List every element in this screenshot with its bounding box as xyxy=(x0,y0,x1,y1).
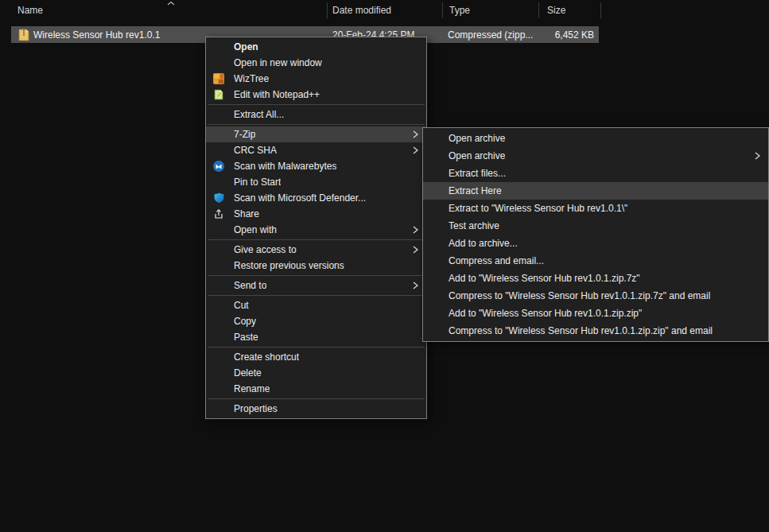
submenu-item-extract-files[interactable]: Extract files... xyxy=(423,165,768,182)
file-type: Compressed (zipp... xyxy=(448,26,533,43)
blank-icon xyxy=(212,176,225,188)
column-resize-handle[interactable] xyxy=(538,2,539,18)
submenu-item-extract-here[interactable]: Extract Here xyxy=(423,182,768,200)
menu-item-label: WizTree xyxy=(234,73,269,84)
submenu-item-open-archive[interactable]: Open archive xyxy=(423,130,768,147)
menu-item-label: Share xyxy=(234,208,259,219)
column-resize-handle[interactable] xyxy=(442,2,443,18)
menu-item-label: Extract All... xyxy=(234,109,284,120)
column-header-size[interactable]: Size xyxy=(547,0,565,21)
menu-item-label: Add to archive... xyxy=(449,238,518,249)
menu-separator xyxy=(208,398,425,399)
blank-icon xyxy=(212,315,225,328)
menu-item-extract-all[interactable]: Extract All... xyxy=(206,107,426,122)
column-header-date-modified[interactable]: Date modified xyxy=(332,0,391,21)
submenu-item-compress-to-wireless-sensor-hub-rev1-0-1-zip-zip-and-email[interactable]: Compress to "Wireless Sensor Hub rev1.0.… xyxy=(423,322,768,340)
menu-item-crc-sha[interactable]: CRC SHA xyxy=(206,142,426,158)
share-icon xyxy=(212,208,225,220)
file-explorer-window: Name Date modified Type Size Wireless Se… xyxy=(0,0,769,532)
menu-item-open[interactable]: Open xyxy=(206,39,426,55)
blank-icon xyxy=(429,150,442,162)
menu-item-label: Pin to Start xyxy=(234,177,281,188)
menu-item-label: Scan with Microsoft Defender... xyxy=(234,192,366,204)
context-menu: OpenOpen in new windowWizTreeEdit with N… xyxy=(205,37,427,419)
menu-item-7-zip[interactable]: 7-Zip xyxy=(206,126,426,142)
chevron-right-icon xyxy=(413,226,418,234)
blank-icon xyxy=(429,167,442,180)
menu-item-paste[interactable]: Paste xyxy=(206,329,426,345)
menu-item-label: Add to "Wireless Sensor Hub rev1.0.1.zip… xyxy=(449,308,642,319)
menu-item-label: Open in new window xyxy=(234,57,322,68)
column-resize-handle[interactable] xyxy=(327,2,328,18)
column-header-name[interactable]: Name xyxy=(17,0,43,21)
blank-icon xyxy=(212,367,225,379)
menu-item-label: CRC SHA xyxy=(234,145,277,156)
menu-separator xyxy=(208,104,425,105)
menu-item-label: 7-Zip xyxy=(234,129,255,140)
menu-item-pin-to-start[interactable]: Pin to Start xyxy=(206,174,426,190)
menu-item-cut[interactable]: Cut xyxy=(206,297,426,313)
menu-item-label: Add to "Wireless Sensor Hub rev1.0.1.zip… xyxy=(449,273,640,284)
column-header-row: Name Date modified Type Size xyxy=(0,0,769,21)
menu-item-share[interactable]: Share xyxy=(206,206,426,222)
menu-item-open-with[interactable]: Open with xyxy=(206,222,426,238)
chevron-right-icon xyxy=(755,152,760,160)
wiztree-icon xyxy=(212,72,225,85)
blank-icon xyxy=(429,272,442,285)
menu-item-restore-previous-versions[interactable]: Restore previous versions xyxy=(206,258,426,274)
chevron-right-icon xyxy=(413,130,418,138)
menu-item-delete[interactable]: Delete xyxy=(206,365,426,381)
menu-item-label: Properties xyxy=(234,403,278,414)
menu-item-label: Rename xyxy=(234,383,270,394)
menu-item-label: Compress and email... xyxy=(449,255,544,266)
menu-item-label: Open archive xyxy=(449,133,505,144)
column-resize-handle[interactable] xyxy=(600,2,601,18)
menu-item-scan-with-malwarebytes[interactable]: Scan with Malwarebytes xyxy=(206,158,426,174)
menu-item-label: Extract to "Wireless Sensor Hub rev1.0.1… xyxy=(449,203,627,214)
menu-item-open-in-new-window[interactable]: Open in new window xyxy=(206,55,426,71)
menu-item-label: Restore previous versions xyxy=(234,260,344,271)
7zip-submenu: Open archiveOpen archiveExtract files...… xyxy=(422,127,769,342)
menu-item-wiztree[interactable]: WizTree xyxy=(206,71,426,87)
column-header-name-label: Name xyxy=(17,5,43,16)
sort-ascending-icon xyxy=(167,1,175,6)
menu-separator xyxy=(208,275,425,276)
menu-item-label: Open xyxy=(234,41,258,52)
menu-item-label: Cut xyxy=(234,300,249,311)
blank-icon xyxy=(212,279,225,292)
blank-icon xyxy=(212,299,225,312)
menu-item-scan-with-microsoft-defender[interactable]: Scan with Microsoft Defender... xyxy=(206,190,426,206)
menu-item-label: Open with xyxy=(234,224,277,235)
menu-item-rename[interactable]: Rename xyxy=(206,381,426,397)
blank-icon xyxy=(212,259,225,272)
blank-icon xyxy=(212,144,225,157)
menu-item-give-access-to[interactable]: Give access to xyxy=(206,242,426,258)
blank-icon xyxy=(212,331,225,344)
submenu-item-compress-to-wireless-sensor-hub-rev1-0-1-zip-7z-and-email[interactable]: Compress to "Wireless Sensor Hub rev1.0.… xyxy=(423,287,768,305)
menu-item-edit-with-notepad[interactable]: Edit with Notepad++ xyxy=(206,87,426,103)
blank-icon xyxy=(429,254,442,267)
submenu-item-compress-and-email[interactable]: Compress and email... xyxy=(423,252,768,270)
menu-item-label: Create shortcut xyxy=(234,351,299,363)
column-header-size-label: Size xyxy=(547,5,565,16)
menu-item-copy[interactable]: Copy xyxy=(206,313,426,329)
menu-separator xyxy=(208,239,425,240)
menu-item-properties[interactable]: Properties xyxy=(206,401,426,417)
column-header-date-modified-label: Date modified xyxy=(332,5,391,16)
defender-icon xyxy=(212,192,225,204)
menu-item-label: Send to xyxy=(234,280,266,291)
blank-icon xyxy=(212,108,225,121)
menu-item-send-to[interactable]: Send to xyxy=(206,278,426,293)
submenu-item-open-archive[interactable]: Open archive xyxy=(423,147,768,165)
submenu-item-add-to-archive[interactable]: Add to archive... xyxy=(423,235,768,252)
column-header-type[interactable]: Type xyxy=(449,0,470,21)
menu-item-create-shortcut[interactable]: Create shortcut xyxy=(206,349,426,365)
menu-separator xyxy=(208,347,425,348)
submenu-item-add-to-wireless-sensor-hub-rev1-0-1-zip-zip[interactable]: Add to "Wireless Sensor Hub rev1.0.1.zip… xyxy=(423,305,768,322)
blank-icon xyxy=(212,223,225,236)
menu-item-label: Extract Here xyxy=(449,185,502,196)
submenu-item-extract-to-wireless-sensor-hub-rev1-0-1[interactable]: Extract to "Wireless Sensor Hub rev1.0.1… xyxy=(423,200,768,217)
submenu-item-test-archive[interactable]: Test archive xyxy=(423,217,768,235)
notepadpp-icon xyxy=(212,88,225,101)
submenu-item-add-to-wireless-sensor-hub-rev1-0-1-zip-7z[interactable]: Add to "Wireless Sensor Hub rev1.0.1.zip… xyxy=(423,270,768,287)
